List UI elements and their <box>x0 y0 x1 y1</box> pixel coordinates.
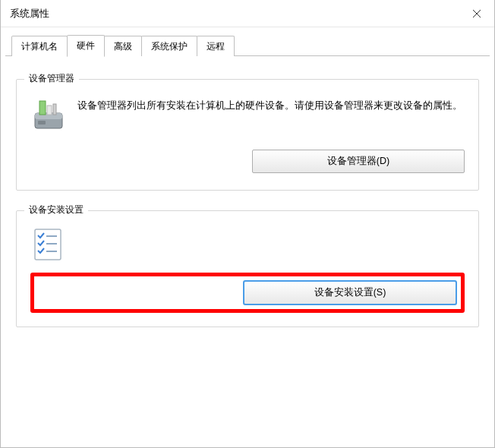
group-install-settings-title: 设备安装设置 <box>24 203 88 216</box>
device-manager-description: 设备管理器列出所有安装在计算机上的硬件设备。请使用设备管理器来更改设备的属性。 <box>77 96 462 133</box>
svg-rect-4 <box>38 121 46 125</box>
svg-rect-5 <box>39 101 46 115</box>
group-install-settings: 设备安装设置 设备安装设置(S) <box>16 210 479 327</box>
svg-rect-6 <box>47 106 52 115</box>
install-settings-icon-wrap <box>32 228 465 263</box>
group-body: 设备管理器列出所有安装在计算机上的硬件设备。请使用设备管理器来更改设备的属性。 <box>30 96 465 133</box>
tab-advanced[interactable]: 高级 <box>104 36 142 56</box>
device-manager-button[interactable]: 设备管理器(D) <box>252 150 465 173</box>
titlebar: 系统属性 <box>1 0 494 27</box>
tab-hardware[interactable]: 硬件 <box>67 35 105 57</box>
tab-strip: 计算机名 硬件 高级 系统保护 远程 <box>1 35 494 56</box>
group-device-manager: 设备管理器 设备管理器列出所有安装在计算机上的硬件设备。请使用设备管理器来更改设… <box>16 79 479 191</box>
close-icon <box>472 9 481 18</box>
window-title: 系统属性 <box>10 7 49 21</box>
highlight-frame: 设备安装设置(S) <box>30 273 465 313</box>
button-row: 设备管理器(D) <box>30 150 465 173</box>
checklist-icon <box>32 228 65 261</box>
install-settings-button[interactable]: 设备安装设置(S) <box>244 281 456 304</box>
tab-system-protection[interactable]: 系统保护 <box>141 36 197 56</box>
group-device-manager-title: 设备管理器 <box>24 72 79 85</box>
tab-remote[interactable]: 远程 <box>197 36 235 56</box>
tab-computer-name[interactable]: 计算机名 <box>11 36 68 56</box>
tab-panel-hardware: 设备管理器 设备管理器列出所有安装在计算机上的硬件设备。请使用设备管理器来更改设… <box>1 56 494 362</box>
close-button[interactable] <box>459 0 494 27</box>
system-properties-window: 系统属性 计算机名 硬件 高级 系统保护 远程 设备管理器 <box>0 0 495 448</box>
svg-rect-7 <box>53 104 56 115</box>
device-manager-icon <box>30 96 67 133</box>
